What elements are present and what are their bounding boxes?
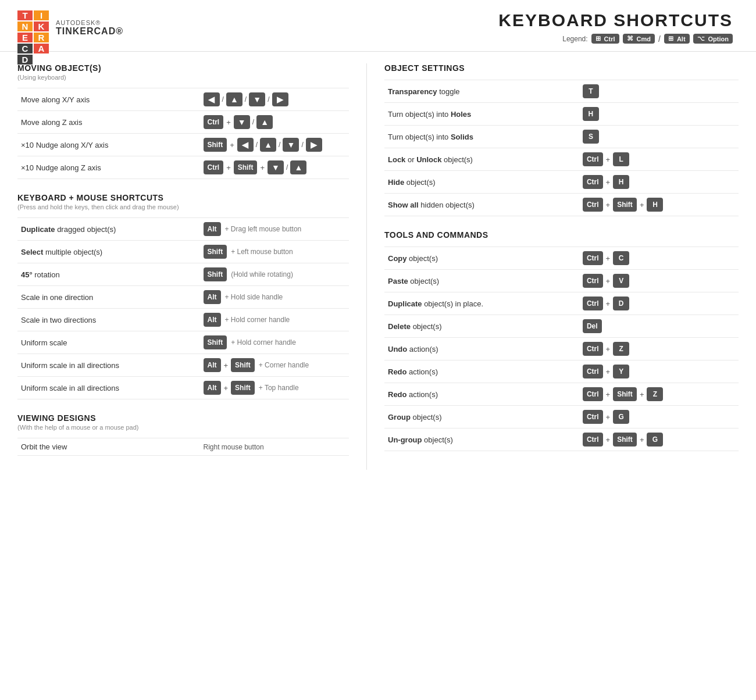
logo-cell-t: T: [17, 10, 33, 20]
keyboard-mouse-title: KEYBOARD + MOUSE SHORTCUTS: [17, 193, 349, 202]
key-combo: Alt + Hold side handle: [204, 290, 283, 304]
key-left-arrow: ◀: [204, 92, 220, 106]
row-keys: Ctrl + H: [579, 171, 739, 194]
row-keys: Alt + Hold corner handle: [200, 309, 350, 331]
key-ctrl: Ctrl: [583, 387, 603, 401]
table-row: Hide object(s) Ctrl + H: [384, 171, 739, 194]
key-combo: Ctrl + D: [583, 297, 629, 310]
key-ctrl: Ctrl: [583, 433, 603, 447]
table-row: Uniform scale Shift + Hold corner handle: [17, 331, 349, 354]
moving-objects-subtitle: (Using keyboard): [17, 74, 349, 81]
plus: +: [606, 435, 611, 444]
key-combo: Alt + Shift + Corner handle: [204, 358, 309, 372]
legend-option: ⌥ Option: [693, 34, 733, 44]
keyboard-mouse-subtitle: (Press and hold the keys, then click and…: [17, 203, 349, 210]
viewing-title: VIEWING DESIGNS: [17, 413, 349, 423]
key-sep2: /: [279, 141, 280, 149]
logo-cell-r: R: [34, 33, 49, 42]
key-up-arrow: ▲: [226, 92, 243, 106]
key-t: T: [583, 84, 599, 98]
table-row: Undo action(s) Ctrl + Z: [384, 338, 739, 360]
key-down: ▼: [268, 160, 284, 174]
row-keys: Ctrl + Shift + Z: [579, 383, 739, 406]
table-row: Un-group object(s) Ctrl + Shift + G: [384, 428, 739, 451]
row-description: Move along X/Y axis: [17, 88, 200, 111]
key-ctrl: Ctrl: [583, 251, 603, 265]
table-row: Move along X/Y axis ◀ / ▲ / ▼ / ▶: [17, 88, 349, 111]
object-settings-section: OBJECT SETTINGS Transparency toggle T Tu…: [384, 63, 739, 216]
key-right-arrow: ▶: [272, 92, 288, 106]
page-header: T I N K E R C A D AUTODESK® TINKERCAD® K…: [0, 0, 756, 52]
row-description: Show all hidden object(s): [384, 194, 579, 216]
logo-cell-n: N: [17, 22, 33, 31]
key-shift: Shift: [231, 358, 255, 372]
moving-objects-title: MOVING OBJECT(S): [17, 63, 349, 73]
viewing-table: Orbit the view Right mouse button: [17, 438, 349, 456]
key-down-arrow: ▼: [249, 92, 265, 106]
extra-text: + Left mouse button: [231, 248, 293, 256]
left-column: MOVING OBJECT(S) (Using keyboard) Move a…: [17, 63, 366, 470]
logo-cell-a: A: [34, 44, 49, 53]
row-keys: Shift + ◀ / ▲ / ▼ / ▶: [200, 134, 350, 156]
extra-text: + Top handle: [259, 384, 299, 392]
plus2: +: [640, 435, 644, 444]
keyboard-mouse-section: KEYBOARD + MOUSE SHORTCUTS (Press and ho…: [17, 193, 349, 399]
key-shift: Shift: [231, 381, 255, 395]
legend-alt: ⊞ Alt: [664, 34, 690, 44]
key-shift: Shift: [613, 198, 637, 212]
row-keys: S: [579, 126, 739, 148]
key-combo: Shift + ◀ / ▲ / ▼ / ▶: [204, 138, 322, 152]
row-keys: Ctrl + Y: [579, 360, 739, 383]
key-combo: Ctrl + G: [583, 410, 629, 424]
key-ctrl: Ctrl: [583, 198, 603, 212]
logo-cell-e: E: [17, 33, 33, 42]
plus: +: [224, 384, 229, 392]
row-keys: Ctrl + Shift + ▼ / ▲: [200, 156, 350, 179]
extra-text: + Hold side handle: [225, 293, 283, 301]
row-description: Redo action(s): [384, 383, 579, 406]
legend-label: Legend:: [562, 35, 587, 43]
key-h: H: [647, 198, 663, 212]
extra-text: + Hold corner handle: [225, 316, 290, 324]
key-combo: Ctrl + V: [583, 274, 629, 288]
key-down: ▼: [283, 138, 299, 152]
viewing-section: VIEWING DESIGNS (With the help of a mous…: [17, 413, 349, 456]
row-keys: Shift + Hold corner handle: [200, 331, 350, 354]
key-ctrl: Ctrl: [583, 365, 603, 378]
legend-cmd: ⌘ Cmd: [623, 34, 655, 44]
key-shift: Shift: [204, 335, 227, 349]
key-combo: Del: [583, 319, 602, 333]
plus: +: [606, 178, 611, 187]
extra-text: + Drag left mouse button: [225, 225, 302, 233]
plus: +: [606, 367, 611, 376]
table-row: Copy object(s) Ctrl + C: [384, 247, 739, 270]
key-d: D: [613, 297, 629, 310]
table-row: Redo action(s) Ctrl + Y: [384, 360, 739, 383]
key-combo: Ctrl + Y: [583, 365, 629, 378]
row-description: Scale in one direction: [17, 286, 200, 309]
row-keys: H: [579, 103, 739, 126]
brand-text: AUTODESK® TINKERCAD®: [56, 19, 123, 37]
row-keys: T: [579, 80, 739, 103]
key-combo: Shift (Hold while rotating): [204, 267, 293, 281]
key-alt: Alt: [204, 222, 221, 236]
plus2: +: [640, 390, 644, 399]
plus: +: [606, 155, 611, 164]
key-combo: Alt + Hold corner handle: [204, 313, 290, 327]
tools-commands-table: Copy object(s) Ctrl + C Paste object(s) …: [384, 247, 739, 451]
row-description: Scale in two directions: [17, 309, 200, 331]
key-combo: Shift + Left mouse button: [204, 245, 293, 259]
key-ctrl: Ctrl: [204, 115, 224, 129]
row-description: Un-group object(s): [384, 428, 579, 451]
row-keys: Shift + Left mouse button: [200, 241, 350, 263]
table-row: ×10 Nudge along X/Y axis Shift + ◀ / ▲ /…: [17, 134, 349, 156]
key-combo: Shift + Hold corner handle: [204, 335, 296, 349]
key-combo: Ctrl + Shift + H: [583, 198, 664, 212]
plus: +: [226, 163, 231, 172]
row-description: Select multiple object(s): [17, 241, 200, 263]
key-l: L: [613, 152, 629, 166]
row-description: Orbit the view: [17, 438, 200, 456]
logo-cell-c: C: [17, 44, 33, 53]
logo-area: T I N K E R C A D AUTODESK® TINKERCAD®: [17, 10, 123, 45]
table-row: Uniform scale in all directions Alt + Sh…: [17, 354, 349, 377]
